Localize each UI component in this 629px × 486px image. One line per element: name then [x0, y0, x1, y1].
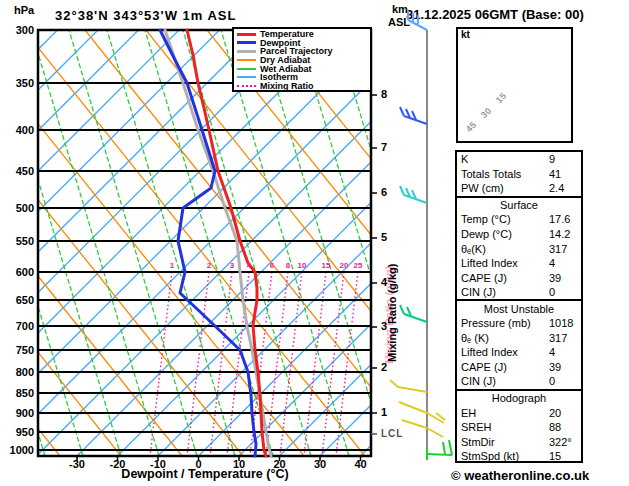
- indices-value: 0: [549, 286, 555, 298]
- indices-label: Totals Totals: [461, 168, 521, 180]
- indices-label: Lifted Index: [461, 346, 518, 358]
- indices-label: PW (cm): [461, 182, 504, 194]
- temp-tick-label: 20: [273, 458, 285, 470]
- indices-section: SurfaceTemp (°C)17.6Dewp (°C)14.2θₑ(K)31…: [457, 196, 581, 300]
- indices-table: K9Totals Totals41PW (cm)2.4SurfaceTemp (…: [455, 150, 583, 463]
- indices-value: 39: [549, 272, 561, 284]
- temp-tick-label: 0: [195, 458, 201, 470]
- indices-row: CIN (J)0: [457, 374, 581, 389]
- indices-row: EH20: [457, 405, 581, 420]
- mixing-ratio-value-label: 20: [340, 261, 349, 270]
- pressure-tick-label: 750: [4, 344, 34, 356]
- temp-tick-label: -20: [110, 458, 126, 470]
- indices-row: CAPE (J)39: [457, 360, 581, 375]
- legend-swatch: [237, 85, 256, 87]
- temp-tick-label: 10: [233, 458, 245, 470]
- pressure-tick-label: 950: [4, 426, 34, 438]
- indices-value: 41: [549, 168, 561, 180]
- km-tick-label: 7: [381, 141, 387, 153]
- km-tick-label: 6: [381, 186, 387, 198]
- legend-item: Temperature: [237, 30, 370, 39]
- indices-value: 0: [549, 375, 555, 387]
- legend-swatch: [237, 33, 256, 36]
- wind-barb: [402, 420, 443, 437]
- mixing-ratio-value-label: 2: [207, 261, 211, 270]
- indices-label: CIN (J): [461, 286, 496, 298]
- pressure-tick-label: 450: [4, 165, 34, 177]
- indices-value: 317: [549, 332, 567, 344]
- indices-value: 322°: [549, 436, 572, 448]
- legend-label: Mixing Ratio: [260, 82, 314, 90]
- indices-value: 88: [549, 421, 561, 433]
- legend-item: Mixing Ratio: [237, 82, 370, 91]
- skewt-screenshot: hPa 32°38'N 343°53'W 1m ASL km ASL 31.12…: [0, 0, 629, 486]
- temp-tick-label: 30: [314, 458, 326, 470]
- pressure-tick-label: 650: [4, 294, 34, 306]
- wind-barb: [408, 11, 427, 30]
- mixing-ratio-value-label: 6: [270, 261, 274, 270]
- km-tick-label: 2: [381, 361, 387, 373]
- indices-label: StmDir: [461, 436, 495, 448]
- pressure-tick-label: 1000: [4, 444, 34, 456]
- wind-barb: [400, 305, 427, 322]
- indices-label: SREH: [461, 421, 492, 433]
- indices-row: PW (cm)2.4: [457, 181, 581, 196]
- indices-label: CAPE (J): [461, 361, 507, 373]
- pressure-tick-label: 350: [4, 77, 34, 89]
- indices-section-header: Hodograph: [457, 391, 581, 406]
- indices-value: 4: [549, 346, 555, 358]
- wind-barb: [427, 440, 452, 460]
- indices-row: StmSpd (kt)15: [457, 449, 581, 464]
- temp-tick-label: 40: [354, 458, 366, 470]
- x-axis-title: Dewpoint / Temperature (°C): [60, 467, 350, 481]
- legend-swatch: [237, 59, 256, 61]
- mixing-ratio-value-label: 1: [170, 261, 174, 270]
- indices-label: Temp (°C): [461, 213, 511, 225]
- legend-swatch: [237, 76, 256, 78]
- km-tick-label: 4: [381, 276, 387, 288]
- indices-row: K9: [457, 152, 581, 167]
- indices-section-header: Surface: [457, 198, 581, 213]
- indices-label: Lifted Index: [461, 257, 518, 269]
- pressure-tick-label: 700: [4, 320, 34, 332]
- indices-section-header: Most Unstable: [457, 301, 581, 316]
- indices-row: Lifted Index4: [457, 345, 581, 360]
- indices-label: EH: [461, 407, 476, 419]
- legend-swatch: [237, 68, 256, 70]
- indices-row: Pressure (mb)1018: [457, 316, 581, 331]
- indices-row: SREH88: [457, 420, 581, 435]
- indices-value: 14.2: [549, 228, 570, 240]
- pressure-tick-label: 500: [4, 202, 34, 214]
- indices-section: K9Totals Totals41PW (cm)2.4: [457, 152, 581, 196]
- indices-value: 317: [549, 243, 567, 255]
- legend-swatch: [237, 41, 256, 44]
- wind-barb: [400, 186, 427, 203]
- indices-section: HodographEH20SREH88StmDir322°StmSpd (kt)…: [457, 389, 581, 464]
- km-tick-label: 3: [381, 320, 387, 332]
- indices-value: 4: [549, 257, 555, 269]
- indices-row: Dewp (°C)14.2: [457, 227, 581, 242]
- indices-row: Totals Totals41: [457, 167, 581, 182]
- mixing-ratio-value-label: 10: [298, 261, 307, 270]
- pressure-tick-label: 850: [4, 387, 34, 399]
- km-tick-label: 1: [381, 406, 387, 418]
- legend-item: Wet Adiabat: [237, 64, 370, 73]
- pressure-tick-label: 300: [4, 24, 34, 36]
- indices-row: Lifted Index4: [457, 256, 581, 271]
- pressure-tick-label: 550: [4, 235, 34, 247]
- pressure-tick-label: 900: [4, 407, 34, 419]
- indices-label: Pressure (mb): [461, 317, 531, 329]
- pressure-tick-label: 400: [4, 124, 34, 136]
- indices-label: CAPE (J): [461, 272, 507, 284]
- plot-legend: TemperatureDewpointParcel TrajectoryDry …: [232, 27, 372, 92]
- indices-row: θₑ(K)317: [457, 241, 581, 256]
- mixing-ratio-value-label: 8: [286, 261, 290, 270]
- legend-label: Dry Adiabat: [260, 56, 310, 64]
- indices-label: θₑ (K): [461, 332, 489, 344]
- indices-label: StmSpd (kt): [461, 450, 519, 462]
- indices-row: Temp (°C)17.6: [457, 212, 581, 227]
- indices-label: K: [461, 153, 468, 165]
- pressure-tick-label: 600: [4, 266, 34, 278]
- wind-barb: [399, 402, 445, 423]
- temp-tick-label: -10: [150, 458, 166, 470]
